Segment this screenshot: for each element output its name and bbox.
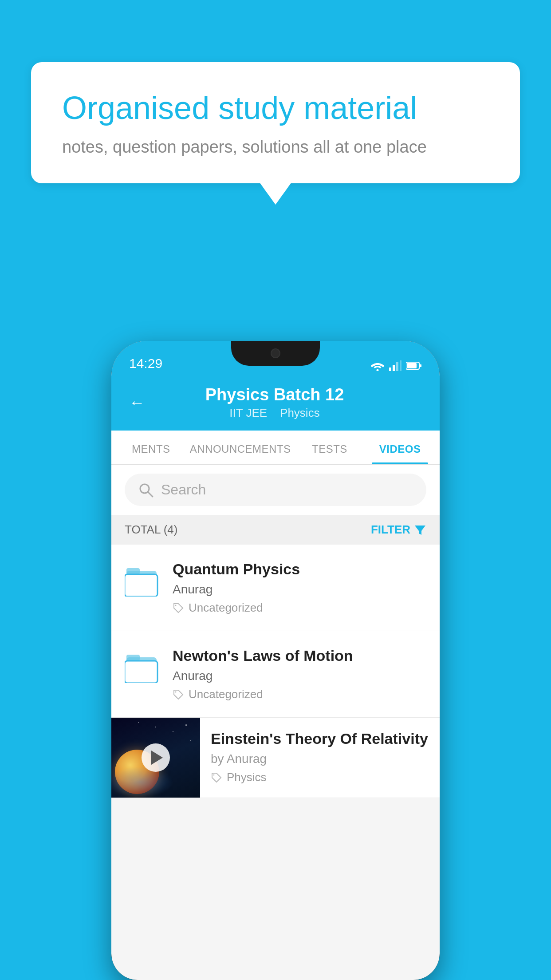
item-tag: Uncategorized — [173, 601, 426, 615]
svg-rect-7 — [420, 364, 421, 367]
svg-rect-11 — [126, 568, 140, 574]
battery-icon — [406, 361, 422, 370]
item-title: Newton's Laws of Motion — [173, 647, 426, 664]
tab-bar: MENTS ANNOUNCEMENTS TESTS VIDEOS — [111, 431, 440, 465]
folder-icon — [125, 565, 160, 597]
item-icon — [125, 647, 160, 687]
subtitle-tag1: IIT JEE — [229, 406, 267, 419]
header-title: Physics Batch 12 — [154, 385, 395, 404]
item-thumbnail — [111, 718, 200, 798]
list-item-thumb[interactable]: Einstein's Theory Of Relativity by Anura… — [111, 718, 440, 798]
search-bar[interactable]: Search — [125, 474, 426, 506]
svg-point-13 — [175, 605, 177, 606]
search-placeholder: Search — [161, 482, 206, 498]
svg-line-9 — [148, 492, 153, 497]
speech-bubble-container: Organised study material notes, question… — [31, 62, 520, 183]
search-container: Search — [111, 465, 440, 515]
app-header: ← Physics Batch 12 IIT JEE Physics — [111, 376, 440, 431]
signal-icon — [389, 360, 401, 371]
bubble-title: Organised study material — [62, 89, 489, 127]
item-tag: Uncategorized — [173, 688, 426, 701]
list-item[interactable]: Quantum Physics Anurag Uncategorized — [111, 545, 440, 631]
play-button[interactable] — [142, 743, 170, 772]
wifi-icon — [370, 360, 385, 371]
bubble-subtitle: notes, question papers, solutions all at… — [62, 138, 489, 157]
svg-rect-12 — [125, 574, 157, 597]
filter-button[interactable]: FILTER — [371, 523, 426, 537]
back-button[interactable]: ← — [129, 393, 145, 412]
item-content-thumb: Einstein's Theory Of Relativity by Anura… — [200, 718, 440, 797]
item-title: Quantum Physics — [173, 561, 426, 578]
status-icons — [370, 360, 422, 371]
item-tag: Physics — [211, 771, 429, 784]
phone-frame: 14:29 — [111, 341, 440, 980]
svg-rect-2 — [393, 365, 395, 371]
tab-tests[interactable]: TESTS — [295, 431, 365, 464]
notch — [231, 341, 320, 366]
item-author: by Anurag — [211, 752, 429, 766]
tab-videos[interactable]: VIDEOS — [365, 431, 435, 464]
list-item[interactable]: Newton's Laws of Motion Anurag Uncategor… — [111, 631, 440, 718]
subtitle-tag2: Physics — [280, 406, 320, 419]
item-author: Anurag — [173, 669, 426, 683]
item-content: Newton's Laws of Motion Anurag Uncategor… — [173, 647, 426, 701]
total-label: TOTAL (4) — [125, 523, 177, 537]
svg-rect-6 — [407, 363, 417, 368]
header-subtitle: IIT JEE Physics — [154, 406, 395, 420]
svg-point-18 — [213, 774, 215, 775]
status-time: 14:29 — [129, 356, 162, 371]
filter-bar: TOTAL (4) FILTER — [111, 515, 440, 545]
filter-icon — [414, 524, 426, 536]
folder-icon — [125, 651, 160, 683]
search-icon — [138, 482, 154, 498]
svg-rect-4 — [400, 360, 401, 371]
svg-point-0 — [377, 369, 379, 371]
tab-announcements[interactable]: ANNOUNCEMENTS — [186, 431, 295, 464]
item-icon — [125, 561, 160, 601]
tag-icon — [173, 602, 184, 614]
item-title: Einstein's Theory Of Relativity — [211, 730, 429, 747]
svg-rect-16 — [125, 661, 157, 683]
svg-rect-15 — [126, 655, 140, 661]
speech-bubble: Organised study material notes, question… — [31, 62, 520, 183]
tag-icon — [211, 772, 222, 783]
item-content: Quantum Physics Anurag Uncategorized — [173, 561, 426, 615]
phone-screen: 14:29 — [111, 341, 440, 980]
tag-icon — [173, 689, 184, 700]
svg-point-17 — [175, 691, 177, 692]
svg-rect-3 — [396, 362, 398, 371]
header-center: Physics Batch 12 IIT JEE Physics — [154, 385, 395, 420]
svg-rect-1 — [389, 368, 391, 371]
tab-ments[interactable]: MENTS — [116, 431, 186, 464]
content-list: Quantum Physics Anurag Uncategorized — [111, 545, 440, 798]
camera — [271, 348, 280, 358]
item-author: Anurag — [173, 582, 426, 597]
